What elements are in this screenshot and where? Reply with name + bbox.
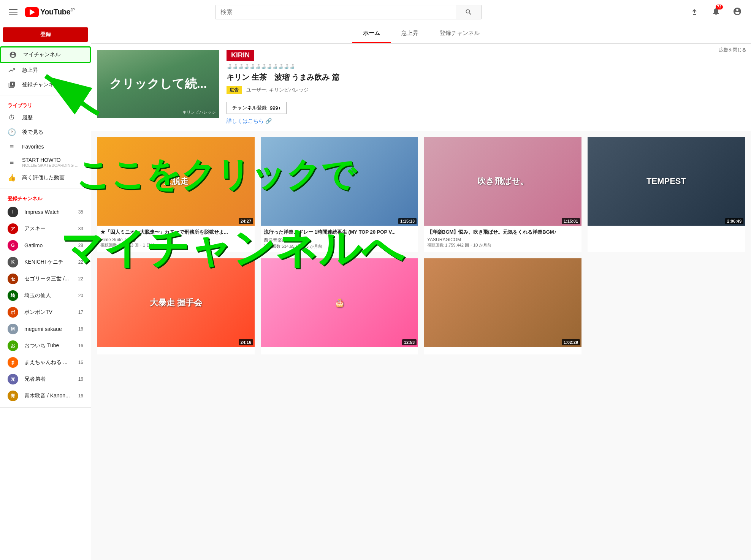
- sidebar-item-watch-later[interactable]: 🕐 後で見る: [0, 125, 91, 139]
- video-thumb-text: 大脱走: [162, 174, 190, 188]
- tab-subscriptions[interactable]: 登録チャンネル: [429, 24, 490, 43]
- video-thumb-text: 🎂: [333, 296, 346, 309]
- ad-banner: クリックして続... キリンビバレッジ KIRIN 🍶🍶🍶🍶🍶🍶🍶🍶🍶🍶🍶🍶 キ…: [91, 44, 751, 131]
- video-card[interactable]: 吹き飛ばせ。 1:15:01 【洋楽BGM】悩み、吹き飛ばせ。元気をくれる洋楽B…: [424, 137, 581, 252]
- channel-register-button[interactable]: チャンネル登録 999+: [227, 102, 287, 114]
- sidebar-channel-item[interactable]: 青 青木歌音 / Kanon... 16: [0, 388, 91, 404]
- channel-count: 16: [78, 343, 83, 348]
- sidebar-channel-item[interactable]: 埼 埼玉の仙人 20: [0, 287, 91, 304]
- sidebar-channel-item[interactable]: ボ ボンボンTV 17: [0, 304, 91, 321]
- search-input[interactable]: [215, 5, 456, 19]
- sidebar-channel-item[interactable]: セ セゴリータ三世 /... 22: [0, 271, 91, 287]
- channel-count: 22: [78, 276, 83, 282]
- profile-button[interactable]: [730, 4, 745, 20]
- channel-count: 20: [78, 293, 83, 298]
- channel-name: セゴリータ三世 /...: [24, 275, 72, 282]
- sidebar-item-trending[interactable]: 急上昇: [0, 63, 91, 78]
- video-card[interactable]: 大暴走 握手会 24:16: [97, 258, 255, 354]
- video-card[interactable]: 大脱走 24:27 ★「囚人ミニオン大脱走〜」カヌーで刑務所を脱獄せよ... H…: [97, 137, 255, 252]
- channel-count: 35: [78, 209, 83, 215]
- channel-count: 17: [78, 310, 83, 315]
- ad-detail-link[interactable]: 詳しくはこちら 🔗: [227, 118, 745, 125]
- video-meta: 視聴回数 452,613 回・1 日前: [100, 242, 252, 248]
- channel-name: Impress Watch: [24, 209, 72, 215]
- channel-reg-count: 999+: [270, 105, 281, 111]
- video-card[interactable]: TEMPEST 2:06:49: [588, 137, 745, 252]
- video-thumb-text: TEMPEST: [645, 175, 688, 188]
- tab-home[interactable]: ホーム: [352, 24, 391, 43]
- history-icon: ⏱: [8, 114, 16, 122]
- logo-triangle: [30, 9, 35, 15]
- sidebar-channel-item[interactable]: 兄 兄者弟者 16: [0, 371, 91, 388]
- sidebar-item-history[interactable]: ⏱ 履歴: [0, 111, 91, 125]
- video-thumbnail: 大暴走 握手会 24:16: [97, 258, 255, 347]
- video-card[interactable]: 🎂 12:53: [261, 258, 418, 354]
- video-thumbnail: 🎂 12:53: [261, 258, 418, 347]
- sidebar-channel-item[interactable]: ア アスキー 33: [0, 220, 91, 237]
- sidebar-channel-item[interactable]: ま まえちゃんねる ... 16: [0, 354, 91, 371]
- channel-avatar: G: [8, 240, 18, 251]
- channel-name: 兄者弟者: [24, 376, 72, 383]
- video-card[interactable]: 1:15:13 流行った洋楽メドレー 1時間連続再生 (MY TOP 20 PO…: [261, 137, 418, 252]
- channel-reg-label: チャンネル登録: [232, 104, 267, 111]
- hamburger-line-2: [9, 12, 17, 13]
- video-thumb-bg: 吹き飛ばせ。: [424, 137, 581, 226]
- upload-button[interactable]: [687, 4, 702, 20]
- trending-icon: [8, 66, 16, 74]
- video-channel: YASURAGICOM: [427, 237, 578, 242]
- sidebar-item-subscriptions[interactable]: 登録チャンネル: [0, 78, 91, 92]
- video-thumb-text: 大暴走 握手会: [148, 296, 204, 310]
- channel-count: 33: [78, 226, 83, 231]
- sidebar-channel-item[interactable]: G Gatilmo 28: [0, 237, 91, 254]
- notifications-button[interactable]: 72: [708, 4, 724, 20]
- video-thumbnail: 1:15:13: [261, 137, 418, 226]
- search-button[interactable]: [456, 5, 482, 19]
- channel-avatar: I: [8, 207, 18, 217]
- sidebar-item-liked[interactable]: 👍 高く評価した動画: [0, 171, 91, 185]
- channel-avatar: ボ: [8, 307, 18, 318]
- video-thumb-bg: TEMPEST: [588, 137, 745, 226]
- channel-avatar: ま: [8, 357, 18, 368]
- upload-icon: [690, 7, 699, 16]
- video-thumbnail: 1:02:29: [424, 258, 581, 347]
- sidebar-channel-item[interactable]: お おついち Tube 16: [0, 337, 91, 354]
- my-channel-label: マイチャンネル: [23, 51, 82, 58]
- video-meta: 視聴回数 1,759,442 回・10 か月前: [427, 242, 578, 248]
- video-title: 流行った洋楽メドレー 1時間連続再生 (MY TOP 20 POP V...: [264, 229, 415, 236]
- video-info: ★「囚人ミニオン大脱走〜」カヌーで刑務所を脱獄せよ... Hime Suite …: [97, 226, 255, 251]
- ad-info: KIRIN 🍶🍶🍶🍶🍶🍶🍶🍶🍶🍶🍶🍶 キリン 生茶 波瑠 うまみ飲み 篇 広告 …: [227, 50, 745, 125]
- start-howto-sub: NOLLIE SKATEBOARDING ...: [22, 163, 83, 168]
- sidebar-item-favorites[interactable]: ≡ Favorites: [0, 139, 91, 154]
- subscriptions-icon: [8, 81, 16, 89]
- history-label: 履歴: [22, 114, 83, 121]
- hamburger-button[interactable]: [6, 6, 21, 18]
- channel-count: 16: [78, 393, 83, 399]
- sidebar-item-my-channel[interactable]: マイチャンネル: [0, 46, 91, 63]
- ad-badge: 広告: [227, 86, 242, 94]
- watch-later-icon: 🕐: [8, 128, 16, 136]
- video-card[interactable]: 1:02:29: [424, 258, 581, 354]
- trending-label: 急上昇: [22, 67, 83, 74]
- verified-icon: ✓: [131, 237, 136, 242]
- sidebar-channel-item[interactable]: M megumi sakaue 16: [0, 321, 91, 337]
- video-duration: 24:27: [239, 218, 253, 224]
- logo-youtube-text: YouTube: [40, 8, 70, 16]
- my-channel-icon: [9, 51, 17, 59]
- video-info: 流行った洋楽メドレー 1時間連続再生 (MY TOP 20 POP V... 西…: [261, 226, 418, 252]
- liked-icon: 👍: [8, 174, 16, 182]
- sidebar-channel-item[interactable]: I Impress Watch 35: [0, 204, 91, 220]
- youtube-logo[interactable]: YouTubeJP: [25, 7, 75, 17]
- sidebar-item-start-howto[interactable]: ≡ START HOWTO NOLLIE SKATEBOARDING ...: [0, 154, 91, 171]
- close-ad-button[interactable]: 広告を閉じる: [719, 47, 746, 53]
- channel-name: まえちゃんねる ...: [24, 359, 72, 366]
- video-info: [261, 347, 418, 354]
- video-thumb-text: 吹き飛ばせ。: [476, 174, 530, 188]
- channel-name: KENICHI ケニチ: [24, 259, 72, 266]
- subscribe-button[interactable]: 登録: [3, 27, 88, 42]
- ad-video-thumbnail[interactable]: クリックして続... キリンビバレッジ: [97, 50, 219, 118]
- kirin-logo: KIRIN: [227, 50, 254, 61]
- channel-avatar: お: [8, 340, 18, 351]
- sidebar-channel-item[interactable]: K KENICHI ケニチ 22: [0, 254, 91, 271]
- logo-sup: JP: [70, 8, 75, 12]
- tab-trending[interactable]: 急上昇: [391, 24, 429, 43]
